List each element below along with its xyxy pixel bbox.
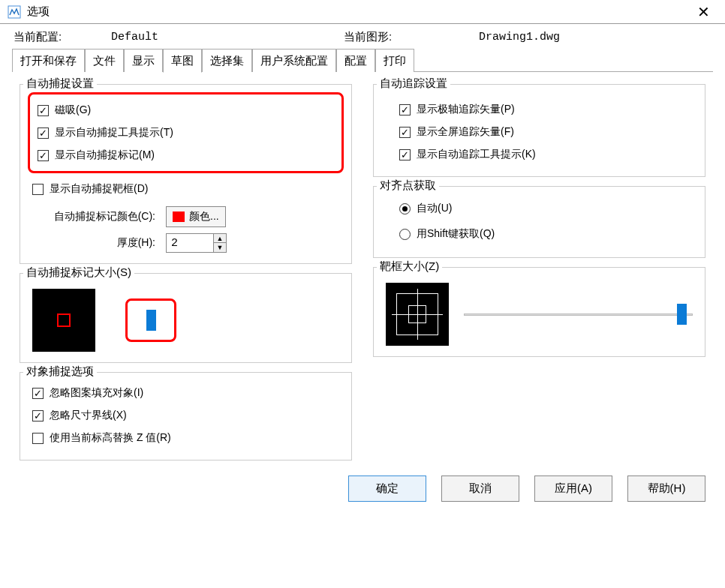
app-icon [8, 5, 21, 19]
close-icon[interactable]: ✕ [690, 0, 717, 24]
alignment-shift-label: 用Shift键获取(Q) [417, 227, 495, 241]
autosnap-legend: 自动捕捉设置 [23, 76, 97, 91]
current-profile-label: 当前配置: [14, 30, 81, 44]
autosnap-marker-label: 显示自动捕捉标记(M) [55, 148, 155, 162]
alignment-shift-radio[interactable] [399, 229, 411, 240]
osnap-options-legend: 对象捕捉选项 [23, 364, 97, 379]
thickness-label: 厚度(H): [32, 236, 160, 250]
thickness-input[interactable] [167, 234, 213, 252]
aperture-size-legend: 靶框大小(Z) [377, 260, 442, 274]
marker-size-preview [32, 289, 95, 352]
tabs: 打开和保存 文件 显示 草图 选择集 用户系统配置 配置 打印 [0, 49, 725, 72]
autotrack-legend: 自动追踪设置 [377, 76, 450, 91]
magnet-label: 磁吸(G) [55, 104, 91, 117]
tab-sketch[interactable]: 草图 [163, 49, 202, 73]
marker-square-icon [57, 314, 71, 327]
ignore-dim-label: 忽略尺寸界线(X) [50, 409, 127, 422]
marker-color-button[interactable]: 颜色... [166, 206, 226, 227]
thickness-up-icon[interactable]: ▲ [214, 234, 226, 243]
aperture-grid-icon [392, 289, 443, 340]
current-drawing-value: Drawing1.dwg [479, 31, 560, 44]
autotrack-tooltip-checkbox[interactable] [399, 149, 411, 160]
fullscreen-track-label: 显示全屏追踪矢量(F) [417, 125, 514, 139]
polar-track-label: 显示极轴追踪矢量(P) [417, 103, 515, 116]
aperture-size-slider[interactable] [464, 305, 693, 323]
autotrack-group: 自动追踪设置 显示极轴追踪矢量(P) 显示全屏追踪矢量(F) 显示自动追踪工具提… [373, 84, 705, 177]
ignore-hatch-label: 忽略图案填充对象(I) [50, 386, 143, 400]
thickness-down-icon[interactable]: ▼ [214, 243, 226, 252]
polar-track-checkbox[interactable] [399, 104, 411, 116]
alignment-group: 对齐点获取 自动(U) 用Shift键获取(Q) [373, 186, 705, 258]
svg-rect-0 [8, 6, 20, 18]
autosnap-tooltip-checkbox[interactable] [38, 128, 49, 139]
tab-file[interactable]: 文件 [85, 49, 124, 72]
highlighted-autosnap-checks: 磁吸(G) 显示自动捕捉工具提示(T) 显示自动捕捉标记(M) [28, 92, 344, 173]
ignore-hatch-checkbox[interactable] [32, 388, 44, 399]
alignment-legend: 对齐点获取 [377, 178, 439, 193]
magnet-checkbox[interactable] [38, 105, 49, 116]
marker-size-group: 自动捕捉标记大小(S) [20, 273, 352, 363]
slider-thumb-icon[interactable] [677, 304, 687, 325]
window-title: 选项 [27, 4, 50, 19]
autosnap-group: 自动捕捉设置 磁吸(G) 显示自动捕捉工具提示(T) 显示自动捕捉标记(M) [20, 84, 352, 264]
color-swatch-icon [173, 212, 185, 222]
alignment-auto-label: 自动(U) [417, 202, 452, 215]
osnap-options-group: 对象捕捉选项 忽略图案填充对象(I) 忽略尺寸界线(X) 使用当前标高替换 Z … [20, 372, 352, 460]
help-button[interactable]: 帮助(H) [627, 476, 705, 502]
tab-user-prefs[interactable]: 用户系统配置 [252, 49, 336, 72]
marker-color-label: 自动捕捉标记颜色(C): [32, 210, 160, 224]
fullscreen-track-checkbox[interactable] [399, 127, 411, 138]
autosnap-marker-checkbox[interactable] [38, 150, 49, 161]
autosnap-tooltip-label: 显示自动捕捉工具提示(T) [55, 126, 173, 140]
aperture-size-preview [386, 283, 449, 346]
highlighted-marker-slider [125, 298, 176, 342]
tab-display[interactable]: 显示 [124, 49, 163, 72]
marker-size-legend: 自动捕捉标记大小(S) [23, 266, 134, 280]
tab-selection[interactable]: 选择集 [202, 49, 252, 72]
current-drawing-label: 当前图形: [344, 30, 411, 44]
tab-profiles[interactable]: 配置 [336, 49, 375, 72]
ok-button[interactable]: 确定 [348, 476, 426, 502]
replace-z-checkbox[interactable] [32, 433, 44, 444]
ignore-dim-checkbox[interactable] [32, 410, 44, 422]
aperture-size-group: 靶框大小(Z) [373, 267, 705, 357]
marker-size-slider[interactable] [150, 311, 152, 329]
autosnap-aperture-checkbox[interactable] [32, 184, 44, 195]
tab-open-save[interactable]: 打开和保存 [12, 49, 85, 72]
alignment-auto-radio[interactable] [399, 203, 411, 214]
replace-z-label: 使用当前标高替换 Z 值(R) [50, 431, 171, 445]
thickness-spinner[interactable]: ▲ ▼ [166, 233, 227, 253]
cancel-button[interactable]: 取消 [441, 476, 519, 502]
apply-button[interactable]: 应用(A) [534, 476, 612, 502]
slider-thumb-icon[interactable] [146, 310, 156, 331]
autosnap-aperture-label: 显示自动捕捉靶框(D) [50, 182, 148, 196]
color-btn-label: 颜色... [189, 210, 219, 224]
current-profile-value: Default [111, 31, 321, 44]
autotrack-tooltip-label: 显示自动追踪工具提示(K) [417, 148, 536, 161]
tab-print[interactable]: 打印 [375, 49, 414, 72]
